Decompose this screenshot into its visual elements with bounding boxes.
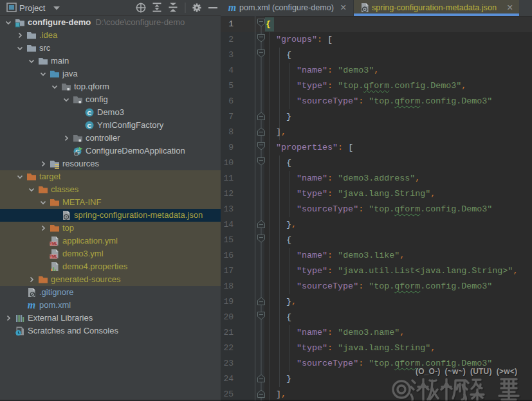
svg-text:YML: YML <box>50 254 57 258</box>
svg-text:YML: YML <box>50 242 57 245</box>
svg-text:C: C <box>87 109 92 116</box>
svg-text:m: m <box>28 300 35 310</box>
svg-text:C: C <box>87 122 92 129</box>
svg-text:m: m <box>228 3 236 13</box>
